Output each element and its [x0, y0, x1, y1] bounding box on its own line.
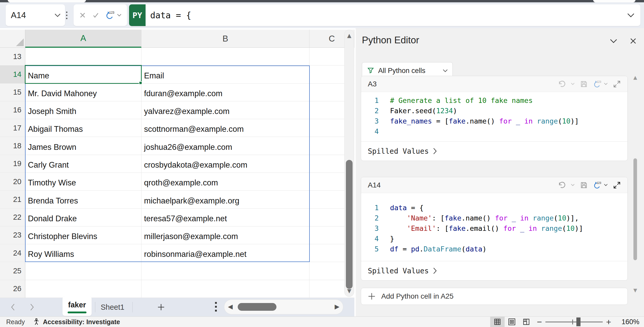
- cell-B22[interactable]: teresa57@example.net: [141, 209, 309, 226]
- sheet-tab-sheet1[interactable]: Sheet1: [101, 298, 124, 316]
- spilled-values-toggle[interactable]: Spilled Values: [361, 141, 627, 161]
- code-line[interactable]: 2Faker.seed(1234): [361, 105, 627, 116]
- row-header-24[interactable]: 24: [0, 244, 25, 262]
- row-header-16[interactable]: 16: [0, 101, 25, 119]
- cell-B18[interactable]: joshua26@example.com: [141, 137, 309, 155]
- spilled-values-toggle[interactable]: Spilled Values: [361, 261, 627, 280]
- cell-A26[interactable]: [25, 280, 141, 298]
- cell-A14[interactable]: Name: [25, 66, 141, 83]
- enter-check-icon[interactable]: [92, 12, 100, 19]
- spilled-values-label[interactable]: Spilled Values: [368, 147, 429, 156]
- scroll-up-icon[interactable]: ▲: [345, 32, 354, 39]
- cell-B25[interactable]: [141, 262, 309, 280]
- cell-B13[interactable]: [141, 48, 309, 66]
- panel-close-icon[interactable]: [630, 37, 637, 45]
- sheet-tab-label[interactable]: Sheet1: [101, 303, 124, 312]
- scroll-left-icon[interactable]: ◀: [228, 303, 233, 310]
- page-break-view-icon[interactable]: [519, 317, 534, 327]
- cell-A15[interactable]: Mr. David Mahoney: [25, 84, 141, 101]
- cell-B17[interactable]: scottnorman@example.com: [141, 119, 309, 137]
- row-header-25[interactable]: 25: [0, 262, 25, 280]
- row-header-17[interactable]: 17: [0, 119, 25, 137]
- row-header-26[interactable]: 26: [0, 280, 25, 298]
- code-text[interactable]: 'Name': [fake.name() for _ in range(10)]…: [390, 214, 579, 222]
- accessibility-label[interactable]: Accessibility: Investigate: [43, 318, 120, 326]
- code-text[interactable]: df = pd.DataFrame(data): [390, 245, 487, 253]
- name-box-chevron-icon[interactable]: [54, 13, 65, 17]
- cell-B19[interactable]: crosbydakota@example.com: [141, 155, 309, 173]
- select-all-corner[interactable]: [0, 30, 25, 48]
- zoom-slider-thumb[interactable]: [576, 317, 581, 326]
- formula-input[interactable]: PY data = {: [129, 4, 640, 26]
- column-header-b[interactable]: B: [141, 30, 309, 48]
- row-header-19[interactable]: 19: [0, 155, 25, 173]
- cell-B15[interactable]: fduran@example.com: [141, 84, 309, 101]
- cell-A18[interactable]: James Brown: [25, 137, 141, 155]
- cell-B24[interactable]: robinsonmaria@example.net: [141, 244, 309, 262]
- code-text[interactable]: 'Email': [fake.email() for _ in range(10…: [390, 224, 583, 232]
- name-box-value[interactable]: A14: [6, 10, 54, 20]
- panel-scroll-down-icon[interactable]: ▼: [633, 287, 638, 293]
- row-header-13[interactable]: 13: [0, 48, 25, 66]
- cell-A17[interactable]: Abigail Thomas: [25, 119, 141, 137]
- code-line[interactable]: 3 'Email': [fake.email() for _ in range(…: [361, 223, 627, 233]
- save-icon[interactable]: [580, 80, 588, 88]
- formula-bar-expand-icon[interactable]: [627, 13, 640, 18]
- accessibility-status[interactable]: Accessibility: Investigate: [33, 318, 120, 326]
- code-line[interactable]: 5df = pd.DataFrame(data): [361, 244, 627, 254]
- normal-view-icon[interactable]: [490, 317, 505, 327]
- code-editor[interactable]: 1# Generate a list of 10 fake names2Fake…: [361, 92, 627, 136]
- run-123-icon[interactable]: 123: [593, 181, 608, 189]
- cell-A24[interactable]: Roy Williams: [25, 244, 141, 262]
- undo-icon[interactable]: [558, 181, 566, 189]
- code-line[interactable]: 4}: [361, 233, 627, 244]
- cell-A20[interactable]: Timothy Wise: [25, 173, 141, 191]
- save-icon[interactable]: [580, 181, 588, 189]
- code-text[interactable]: # Generate a list of 10 fake names: [390, 96, 533, 104]
- row-header-20[interactable]: 20: [0, 173, 25, 191]
- sheet-options-dots-icon[interactable]: [215, 302, 217, 312]
- undo-chevron-icon[interactable]: [571, 83, 575, 85]
- cell-A19[interactable]: Carly Grant: [25, 155, 141, 173]
- cancel-icon[interactable]: [79, 12, 86, 19]
- code-line[interactable]: 2 'Name': [fake.name() for _ in range(10…: [361, 213, 627, 223]
- zoom-in-icon[interactable]: +: [603, 317, 615, 327]
- cell-B14[interactable]: Email: [141, 66, 309, 83]
- cell-A23[interactable]: Christopher Blevins: [25, 226, 141, 244]
- filter-label[interactable]: All Python cells: [378, 67, 439, 75]
- cell-B21[interactable]: michaelpark@example.org: [141, 191, 309, 208]
- zoom-slider-track[interactable]: [545, 322, 603, 322]
- cell-A13[interactable]: [25, 48, 141, 66]
- zoom-level[interactable]: 160%: [615, 318, 639, 326]
- run-123-icon[interactable]: 123: [593, 80, 608, 88]
- cell-A25[interactable]: [25, 262, 141, 280]
- undo-icon[interactable]: [558, 80, 566, 88]
- zoom-slider[interactable]: [545, 317, 603, 327]
- code-line[interactable]: 1data = {: [361, 202, 627, 213]
- code-text[interactable]: Faker.seed(1234): [390, 107, 457, 115]
- code-line[interactable]: 4: [361, 126, 627, 136]
- row-header-15[interactable]: 15: [0, 84, 25, 101]
- cell-A16[interactable]: Joseph Smith: [25, 101, 141, 119]
- horizontal-scrollbar-thumb[interactable]: [238, 303, 276, 311]
- panel-scroll-up-icon[interactable]: ▲: [633, 75, 638, 80]
- code-text[interactable]: data = {: [390, 204, 424, 212]
- grid-vertical-scrollbar-thumb[interactable]: [346, 160, 353, 289]
- scroll-right-icon[interactable]: ▶: [335, 303, 339, 310]
- panel-scrollbar-thumb[interactable]: [633, 158, 637, 260]
- page-layout-view-icon[interactable]: [505, 317, 519, 327]
- row-header-21[interactable]: 21: [0, 191, 25, 208]
- name-box[interactable]: A14: [6, 4, 65, 26]
- sheet-nav-prev-icon[interactable]: [7, 301, 19, 313]
- zoom-out-icon[interactable]: −: [534, 317, 545, 327]
- cell-A22[interactable]: Donald Drake: [25, 209, 141, 226]
- row-header-22[interactable]: 22: [0, 209, 25, 226]
- fill-handle[interactable]: [139, 81, 142, 85]
- cell-B16[interactable]: yalvarez@example.com: [141, 101, 309, 119]
- add-python-cell-button[interactable]: Add Python cell in A25: [361, 288, 628, 305]
- python-cell-card-a3[interactable]: A3 123 1# Generate a l: [361, 76, 628, 161]
- cell-B26[interactable]: [141, 280, 309, 298]
- sheet-tab-faker[interactable]: faker: [62, 296, 92, 316]
- sheet-nav-next-icon[interactable]: [26, 301, 38, 313]
- column-header-a[interactable]: A: [25, 30, 141, 48]
